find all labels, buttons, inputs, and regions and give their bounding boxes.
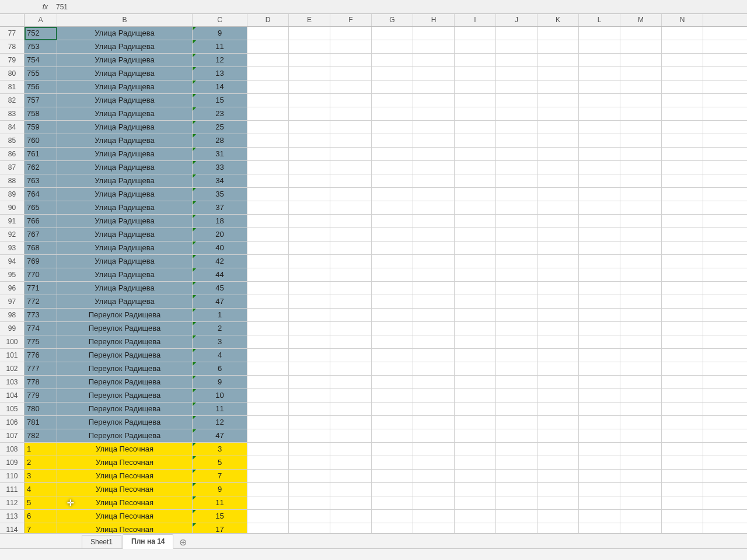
- cell[interactable]: 7: [193, 470, 247, 482]
- cell[interactable]: Улица Радищева: [57, 40, 193, 53]
- row-header[interactable]: 110: [0, 470, 25, 482]
- cell[interactable]: [372, 335, 413, 348]
- cell[interactable]: [455, 174, 496, 187]
- cell[interactable]: [579, 496, 620, 509]
- table-row[interactable]: 98773Переулок Радищева1: [0, 309, 747, 322]
- cell[interactable]: [289, 201, 330, 214]
- cell[interactable]: [247, 376, 289, 388]
- cell[interactable]: [247, 188, 289, 201]
- cell[interactable]: [413, 335, 455, 348]
- cell[interactable]: 35: [193, 188, 247, 201]
- cell[interactable]: 15: [193, 510, 247, 523]
- table-row[interactable]: 101776Переулок Радищева4: [0, 349, 747, 362]
- cell[interactable]: [330, 349, 372, 362]
- cell[interactable]: [620, 268, 662, 281]
- cell[interactable]: [620, 134, 662, 147]
- row-header[interactable]: 88: [0, 174, 25, 187]
- table-row[interactable]: 103778Переулок Радищева9: [0, 376, 747, 389]
- row-header[interactable]: 108: [0, 443, 25, 456]
- cell[interactable]: [455, 362, 496, 375]
- cell[interactable]: [330, 27, 372, 40]
- cell[interactable]: [662, 282, 703, 295]
- cell[interactable]: [330, 107, 372, 120]
- cell[interactable]: [247, 456, 289, 469]
- cell[interactable]: [372, 349, 413, 362]
- cell[interactable]: [413, 134, 455, 147]
- row-header[interactable]: 113: [0, 510, 25, 523]
- cell[interactable]: [579, 215, 620, 228]
- cell[interactable]: [413, 228, 455, 241]
- row-header[interactable]: 77: [0, 27, 25, 40]
- cell[interactable]: 18: [193, 215, 247, 228]
- cell[interactable]: [289, 362, 330, 375]
- cell[interactable]: [455, 282, 496, 295]
- cell[interactable]: [662, 483, 703, 496]
- row-header[interactable]: 103: [0, 376, 25, 388]
- table-row[interactable]: 91766Улица Радищева18: [0, 215, 747, 228]
- row-header[interactable]: 89: [0, 188, 25, 201]
- cell[interactable]: [247, 510, 289, 523]
- cell[interactable]: [579, 148, 620, 160]
- cell[interactable]: [372, 322, 413, 335]
- cell[interactable]: Улица Радищева: [57, 161, 193, 174]
- cell[interactable]: 759: [25, 121, 57, 134]
- cell[interactable]: [537, 121, 579, 134]
- cell[interactable]: [247, 416, 289, 429]
- cell[interactable]: 771: [25, 282, 57, 295]
- cell[interactable]: [579, 376, 620, 388]
- cell[interactable]: [537, 470, 579, 482]
- cell[interactable]: [330, 54, 372, 66]
- cell[interactable]: 768: [25, 242, 57, 254]
- cell[interactable]: [579, 94, 620, 107]
- cell[interactable]: [372, 107, 413, 120]
- cell[interactable]: [330, 255, 372, 268]
- cell[interactable]: [413, 242, 455, 254]
- cell[interactable]: 1: [193, 309, 247, 321]
- cell[interactable]: [579, 161, 620, 174]
- cell[interactable]: [537, 362, 579, 375]
- cell[interactable]: [537, 349, 579, 362]
- cell[interactable]: [413, 456, 455, 469]
- cell[interactable]: Переулок Радищева: [57, 389, 193, 402]
- cell[interactable]: [579, 268, 620, 281]
- cell[interactable]: 34: [193, 174, 247, 187]
- cell[interactable]: [662, 456, 703, 469]
- cell[interactable]: 757: [25, 94, 57, 107]
- cell[interactable]: [537, 295, 579, 308]
- row-header[interactable]: 98: [0, 309, 25, 321]
- cell[interactable]: 772: [25, 295, 57, 308]
- cell[interactable]: [579, 402, 620, 415]
- cell[interactable]: [330, 40, 372, 53]
- row-header[interactable]: 111: [0, 483, 25, 496]
- table-row[interactable]: 1081Улица Песочная3: [0, 443, 747, 456]
- cell[interactable]: [372, 228, 413, 241]
- cell[interactable]: [662, 174, 703, 187]
- cell[interactable]: [372, 255, 413, 268]
- cell[interactable]: 4: [25, 483, 57, 496]
- table-row[interactable]: 81756Улица Радищева14: [0, 80, 747, 94]
- cell[interactable]: [289, 80, 330, 93]
- cell[interactable]: [413, 121, 455, 134]
- cell[interactable]: [289, 40, 330, 53]
- cell[interactable]: [579, 523, 620, 533]
- cell[interactable]: [496, 54, 537, 66]
- cell[interactable]: [289, 268, 330, 281]
- cell[interactable]: 765: [25, 201, 57, 214]
- cell[interactable]: [289, 161, 330, 174]
- cell[interactable]: [537, 335, 579, 348]
- cell[interactable]: [496, 389, 537, 402]
- cell[interactable]: [413, 54, 455, 66]
- cell[interactable]: [330, 174, 372, 187]
- cell[interactable]: [662, 148, 703, 160]
- cell[interactable]: [496, 148, 537, 160]
- cell[interactable]: [372, 242, 413, 254]
- column-header-K[interactable]: K: [537, 14, 579, 26]
- cell[interactable]: [413, 107, 455, 120]
- cell[interactable]: [537, 523, 579, 533]
- cell[interactable]: [537, 27, 579, 40]
- cell[interactable]: 767: [25, 228, 57, 241]
- cell[interactable]: 9: [193, 27, 247, 40]
- cell[interactable]: Улица Радищева: [57, 54, 193, 66]
- cell[interactable]: [289, 228, 330, 241]
- cell[interactable]: 5: [193, 456, 247, 469]
